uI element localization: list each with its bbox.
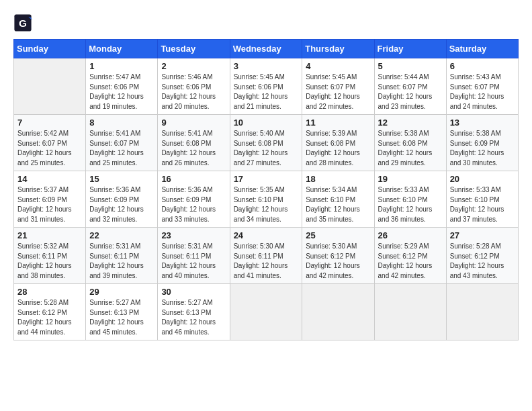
- day-number: 10: [234, 118, 299, 128]
- day-number: 3: [234, 61, 299, 71]
- day-info: Sunrise: 5:38 AM Sunset: 6:09 PM Dayligh…: [450, 129, 515, 168]
- weekday-header-monday: Monday: [86, 40, 158, 58]
- day-number: 22: [89, 230, 154, 240]
- calendar-cell: 10Sunrise: 5:40 AM Sunset: 6:08 PM Dayli…: [230, 115, 302, 171]
- calendar-cell: 22Sunrise: 5:31 AM Sunset: 6:11 PM Dayli…: [86, 228, 158, 284]
- logo: G: [13, 13, 35, 32]
- calendar-cell: 13Sunrise: 5:38 AM Sunset: 6:09 PM Dayli…: [446, 115, 518, 171]
- day-info: Sunrise: 5:40 AM Sunset: 6:08 PM Dayligh…: [234, 129, 299, 168]
- day-number: 8: [89, 118, 154, 128]
- day-info: Sunrise: 5:29 AM Sunset: 6:12 PM Dayligh…: [378, 242, 443, 281]
- day-number: 12: [378, 118, 443, 128]
- day-info: Sunrise: 5:46 AM Sunset: 6:06 PM Dayligh…: [161, 73, 226, 111]
- day-info: Sunrise: 5:35 AM Sunset: 6:10 PM Dayligh…: [234, 185, 299, 224]
- day-info: Sunrise: 5:31 AM Sunset: 6:11 PM Dayligh…: [89, 242, 154, 281]
- day-info: Sunrise: 5:45 AM Sunset: 6:07 PM Dayligh…: [306, 73, 370, 111]
- calendar-cell: 5Sunrise: 5:44 AM Sunset: 6:07 PM Daylig…: [374, 58, 446, 115]
- day-number: 15: [89, 174, 154, 184]
- day-number: 16: [161, 174, 226, 184]
- day-number: 2: [161, 61, 226, 71]
- calendar-cell: 1Sunrise: 5:47 AM Sunset: 6:06 PM Daylig…: [86, 58, 158, 115]
- day-info: Sunrise: 5:28 AM Sunset: 6:12 PM Dayligh…: [450, 242, 515, 281]
- calendar-cell: 6Sunrise: 5:43 AM Sunset: 6:07 PM Daylig…: [446, 58, 518, 115]
- day-info: Sunrise: 5:34 AM Sunset: 6:10 PM Dayligh…: [306, 185, 370, 224]
- day-info: Sunrise: 5:43 AM Sunset: 6:07 PM Dayligh…: [450, 73, 515, 111]
- day-number: 4: [306, 61, 370, 71]
- weekday-header-row: SundayMondayTuesdayWednesdayThursdayFrid…: [14, 40, 519, 58]
- day-number: 28: [17, 287, 82, 297]
- calendar-cell: 25Sunrise: 5:30 AM Sunset: 6:12 PM Dayli…: [302, 228, 374, 284]
- day-number: 30: [161, 287, 226, 297]
- day-number: 11: [306, 118, 370, 128]
- week-row-5: 28Sunrise: 5:28 AM Sunset: 6:12 PM Dayli…: [14, 284, 519, 340]
- day-info: Sunrise: 5:38 AM Sunset: 6:08 PM Dayligh…: [378, 129, 443, 168]
- weekday-header-wednesday: Wednesday: [230, 40, 302, 58]
- day-info: Sunrise: 5:33 AM Sunset: 6:10 PM Dayligh…: [378, 185, 443, 224]
- calendar-cell: [446, 284, 518, 340]
- day-number: 29: [89, 287, 154, 297]
- calendar-cell: 14Sunrise: 5:37 AM Sunset: 6:09 PM Dayli…: [14, 171, 86, 228]
- calendar-cell: 11Sunrise: 5:39 AM Sunset: 6:08 PM Dayli…: [302, 115, 374, 171]
- day-info: Sunrise: 5:33 AM Sunset: 6:10 PM Dayligh…: [450, 185, 515, 224]
- day-number: 13: [450, 118, 515, 128]
- calendar-cell: 23Sunrise: 5:31 AM Sunset: 6:11 PM Dayli…: [158, 228, 230, 284]
- week-row-1: 1Sunrise: 5:47 AM Sunset: 6:06 PM Daylig…: [14, 58, 519, 115]
- logo-icon: G: [13, 13, 32, 32]
- calendar-cell: 28Sunrise: 5:28 AM Sunset: 6:12 PM Dayli…: [14, 284, 86, 340]
- day-info: Sunrise: 5:30 AM Sunset: 6:11 PM Dayligh…: [234, 242, 299, 281]
- calendar-cell: 12Sunrise: 5:38 AM Sunset: 6:08 PM Dayli…: [374, 115, 446, 171]
- calendar-cell: [14, 58, 86, 115]
- calendar-cell: 17Sunrise: 5:35 AM Sunset: 6:10 PM Dayli…: [230, 171, 302, 228]
- week-row-3: 14Sunrise: 5:37 AM Sunset: 6:09 PM Dayli…: [14, 171, 519, 228]
- weekday-header-thursday: Thursday: [302, 40, 374, 58]
- week-row-4: 21Sunrise: 5:32 AM Sunset: 6:11 PM Dayli…: [14, 228, 519, 284]
- day-info: Sunrise: 5:41 AM Sunset: 6:08 PM Dayligh…: [161, 129, 226, 168]
- day-number: 17: [234, 174, 299, 184]
- day-number: 23: [161, 230, 226, 240]
- calendar-cell: 30Sunrise: 5:27 AM Sunset: 6:13 PM Dayli…: [158, 284, 230, 340]
- day-info: Sunrise: 5:47 AM Sunset: 6:06 PM Dayligh…: [89, 73, 154, 111]
- day-info: Sunrise: 5:36 AM Sunset: 6:09 PM Dayligh…: [89, 185, 154, 224]
- calendar-cell: 26Sunrise: 5:29 AM Sunset: 6:12 PM Dayli…: [374, 228, 446, 284]
- day-info: Sunrise: 5:41 AM Sunset: 6:07 PM Dayligh…: [89, 129, 154, 168]
- day-info: Sunrise: 5:30 AM Sunset: 6:12 PM Dayligh…: [306, 242, 370, 281]
- day-number: 6: [450, 61, 515, 71]
- day-number: 26: [378, 230, 443, 240]
- calendar-cell: 18Sunrise: 5:34 AM Sunset: 6:10 PM Dayli…: [302, 171, 374, 228]
- calendar-cell: 24Sunrise: 5:30 AM Sunset: 6:11 PM Dayli…: [230, 228, 302, 284]
- calendar-cell: 20Sunrise: 5:33 AM Sunset: 6:10 PM Dayli…: [446, 171, 518, 228]
- day-info: Sunrise: 5:36 AM Sunset: 6:09 PM Dayligh…: [161, 185, 226, 224]
- day-number: 20: [450, 174, 515, 184]
- calendar-cell: 2Sunrise: 5:46 AM Sunset: 6:06 PM Daylig…: [158, 58, 230, 115]
- day-info: Sunrise: 5:44 AM Sunset: 6:07 PM Dayligh…: [378, 73, 443, 111]
- calendar: SundayMondayTuesdayWednesdayThursdayFrid…: [13, 39, 519, 340]
- day-number: 24: [234, 230, 299, 240]
- day-number: 21: [17, 230, 82, 240]
- calendar-cell: 8Sunrise: 5:41 AM Sunset: 6:07 PM Daylig…: [86, 115, 158, 171]
- svg-text:G: G: [19, 17, 27, 29]
- calendar-cell: 16Sunrise: 5:36 AM Sunset: 6:09 PM Dayli…: [158, 171, 230, 228]
- day-info: Sunrise: 5:37 AM Sunset: 6:09 PM Dayligh…: [17, 185, 82, 224]
- day-info: Sunrise: 5:27 AM Sunset: 6:13 PM Dayligh…: [161, 298, 226, 337]
- calendar-cell: 3Sunrise: 5:45 AM Sunset: 6:06 PM Daylig…: [230, 58, 302, 115]
- weekday-header-saturday: Saturday: [446, 40, 518, 58]
- day-info: Sunrise: 5:32 AM Sunset: 6:11 PM Dayligh…: [17, 242, 82, 281]
- calendar-cell: 29Sunrise: 5:27 AM Sunset: 6:13 PM Dayli…: [86, 284, 158, 340]
- day-number: 5: [378, 61, 443, 71]
- calendar-cell: 9Sunrise: 5:41 AM Sunset: 6:08 PM Daylig…: [158, 115, 230, 171]
- calendar-cell: [374, 284, 446, 340]
- day-number: 9: [161, 118, 226, 128]
- day-number: 7: [17, 118, 82, 128]
- day-number: 25: [306, 230, 370, 240]
- weekday-header-sunday: Sunday: [14, 40, 86, 58]
- calendar-cell: 27Sunrise: 5:28 AM Sunset: 6:12 PM Dayli…: [446, 228, 518, 284]
- day-info: Sunrise: 5:42 AM Sunset: 6:07 PM Dayligh…: [17, 129, 82, 168]
- calendar-cell: 21Sunrise: 5:32 AM Sunset: 6:11 PM Dayli…: [14, 228, 86, 284]
- calendar-cell: [230, 284, 302, 340]
- day-number: 18: [306, 174, 370, 184]
- day-info: Sunrise: 5:28 AM Sunset: 6:12 PM Dayligh…: [17, 298, 82, 337]
- weekday-header-tuesday: Tuesday: [158, 40, 230, 58]
- calendar-cell: 4Sunrise: 5:45 AM Sunset: 6:07 PM Daylig…: [302, 58, 374, 115]
- weekday-header-friday: Friday: [374, 40, 446, 58]
- day-info: Sunrise: 5:31 AM Sunset: 6:11 PM Dayligh…: [161, 242, 226, 281]
